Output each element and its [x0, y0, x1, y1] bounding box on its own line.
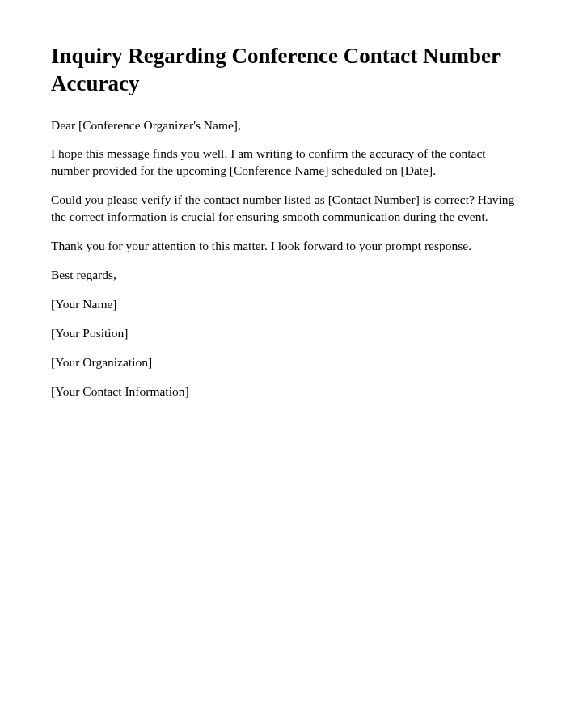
document-page: Inquiry Regarding Conference Contact Num…	[15, 15, 551, 713]
body-paragraph-2: Could you please verify if the contact n…	[51, 192, 515, 226]
signature-name: [Your Name]	[51, 296, 515, 313]
document-title: Inquiry Regarding Conference Contact Num…	[51, 43, 515, 98]
closing-line: Best regards,	[51, 267, 515, 284]
signature-contact: [Your Contact Information]	[51, 383, 515, 400]
body-paragraph-1: I hope this message finds you well. I am…	[51, 146, 515, 180]
signature-organization: [Your Organization]	[51, 354, 515, 371]
signature-position: [Your Position]	[51, 325, 515, 342]
greeting-line: Dear [Conference Organizer's Name],	[51, 117, 515, 134]
body-paragraph-3: Thank you for your attention to this mat…	[51, 238, 515, 255]
